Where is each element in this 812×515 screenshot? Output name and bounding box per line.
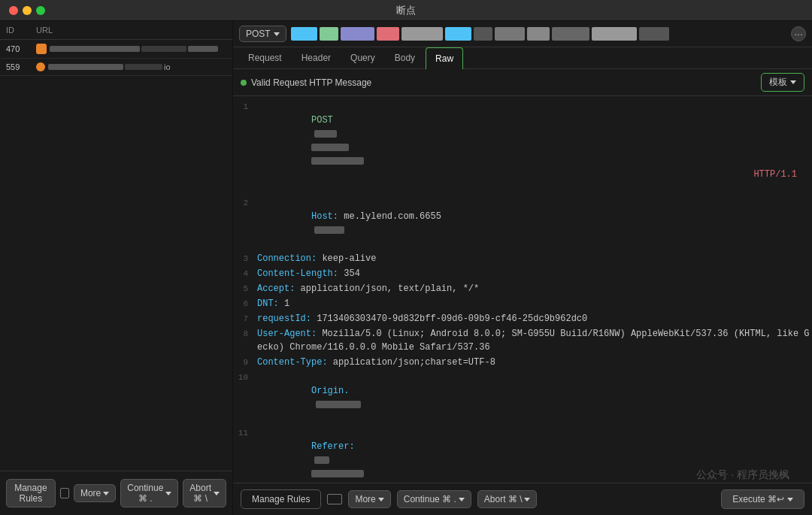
- window-title: 断点: [396, 4, 416, 17]
- code-line-9: 9 Content-Type: application/json;charset…: [233, 355, 812, 370]
- method-select[interactable]: POST: [239, 26, 286, 42]
- code-line-1: 1 POST HTTP/1.1: [233, 99, 812, 195]
- url-block-8: [495, 27, 525, 41]
- titlebar: 断点: [0, 0, 812, 21]
- abort-chevron-icon: [524, 498, 530, 501]
- tab-raw[interactable]: Raw: [426, 47, 463, 69]
- code-line-4: 4 Content-Length: 354: [233, 266, 812, 281]
- table-row[interactable]: 559 io: [0, 59, 232, 76]
- url-block-12: [639, 27, 669, 41]
- right-panel: POST ··· Request: [233, 21, 812, 515]
- chevron-down-icon-2: [165, 492, 171, 495]
- code-line-2: 2 Host: me.lylend.com.6655: [233, 195, 812, 251]
- close-button[interactable]: [9, 6, 18, 15]
- more-chevron-icon: [378, 498, 384, 501]
- row-icon-470: [36, 44, 47, 54]
- more-label: More: [80, 488, 101, 498]
- minimize-button[interactable]: [23, 6, 32, 15]
- template-label: 模板: [769, 76, 787, 89]
- execute-chevron-icon: [787, 498, 793, 501]
- method-label: POST: [246, 29, 271, 39]
- manage-rules-button[interactable]: Manage Rules: [6, 479, 56, 507]
- continue-label: Continue ⌘ .: [127, 483, 163, 504]
- chevron-down-icon-3: [214, 492, 220, 495]
- url-block-2: [320, 27, 338, 41]
- columns-icon[interactable]: [60, 488, 69, 498]
- more-btn-label: More: [355, 494, 375, 504]
- table-row[interactable]: 470: [0, 40, 232, 59]
- bottom-action-bar: Manage Rules More Continue ⌘ . Abort ⌘ \…: [233, 483, 812, 515]
- top-toolbar: POST ···: [233, 21, 812, 47]
- more-dropdown-button[interactable]: More: [348, 490, 390, 508]
- col-url-header: URL: [36, 26, 226, 35]
- url-color-blocks: [291, 27, 786, 41]
- more-button[interactable]: More: [74, 484, 116, 502]
- blur-ref-2: [311, 470, 364, 477]
- watermark: 公众号 · 程序员挽枫: [696, 468, 789, 482]
- row-id-559: 559: [6, 62, 36, 71]
- continue-action-button[interactable]: Continue ⌘ .: [397, 490, 471, 508]
- chevron-down-icon: [103, 492, 109, 495]
- tab-header[interactable]: Header: [292, 47, 340, 68]
- blur-2: [311, 144, 349, 151]
- blur-3: [311, 157, 364, 165]
- abort-label: Abort ⌘ \: [189, 483, 211, 504]
- tabs-bar: Request Header Query Body Raw: [233, 47, 812, 69]
- execute-button[interactable]: Execute ⌘↩: [721, 489, 804, 509]
- row-suffix: io: [164, 62, 171, 71]
- url-block-3: [341, 27, 374, 41]
- abort-action-button[interactable]: Abort ⌘ \: [477, 490, 538, 508]
- tab-query[interactable]: Query: [341, 47, 384, 68]
- method-chevron-icon: [274, 32, 280, 36]
- table-header: ID URL: [0, 21, 232, 40]
- blur-origin: [316, 401, 361, 408]
- template-chevron-icon: [790, 80, 796, 84]
- url-block-6: [445, 27, 471, 41]
- url-blur-1: [50, 46, 140, 52]
- url-block-1: [291, 27, 317, 41]
- url-blur-2: [141, 46, 186, 52]
- url-blur-4: [48, 64, 123, 70]
- url-block-7: [474, 27, 492, 41]
- url-block-5: [401, 27, 443, 41]
- code-area[interactable]: 1 POST HTTP/1.1 2 Host: me.lylend.com.66…: [233, 96, 812, 483]
- row-url-559: io: [48, 62, 226, 71]
- maximize-button[interactable]: [36, 6, 45, 15]
- execute-label: Execute ⌘↩: [732, 494, 784, 504]
- blur-1: [314, 130, 337, 138]
- abort-btn-label: Abort ⌘ \: [484, 494, 523, 504]
- manage-rules-btn[interactable]: Manage Rules: [241, 489, 321, 509]
- code-line-8: 8 User-Agent: Mozilla/5.0 (Linux; Androi…: [233, 326, 812, 355]
- code-line-3: 3 Connection: keep-alive: [233, 251, 812, 266]
- tab-request[interactable]: Request: [239, 47, 291, 68]
- continue-button[interactable]: Continue ⌘ .: [120, 479, 178, 507]
- blur-host: [314, 226, 344, 234]
- url-block-4: [377, 27, 399, 41]
- tab-body[interactable]: Body: [386, 47, 424, 68]
- valid-dot-icon: [241, 80, 247, 86]
- http-version: HTTP/1.1: [753, 168, 797, 181]
- code-line-10: 10 Origin.: [233, 370, 812, 426]
- col-id-header: ID: [6, 26, 36, 35]
- continue-chevron-icon: [459, 498, 465, 501]
- method-text: POST: [311, 115, 333, 126]
- code-line-7: 7 requestId: 1713406303470-9d832bff-09d6…: [233, 311, 812, 326]
- valid-bar: Valid Request HTTP Message 模板: [233, 69, 812, 96]
- continue-btn-label: Continue ⌘ .: [404, 494, 456, 504]
- main-layout: ID URL 470 559 io Manage Rules: [0, 21, 812, 515]
- row-icon-559: [36, 62, 45, 71]
- left-bottom-bar: Manage Rules More Continue ⌘ . Abort ⌘ \: [0, 471, 232, 515]
- code-line-6: 6 DNT: 1: [233, 296, 812, 311]
- url-block-11: [592, 27, 637, 41]
- left-panel: ID URL 470 559 io Manage Rules: [0, 21, 233, 515]
- traffic-lights: [9, 6, 45, 15]
- layout-icon[interactable]: [327, 494, 342, 504]
- url-block-9: [527, 27, 550, 41]
- row-id-470: 470: [6, 44, 36, 53]
- url-block-10: [552, 27, 589, 41]
- abort-button[interactable]: Abort ⌘ \: [183, 479, 226, 507]
- more-options-button[interactable]: ···: [791, 26, 806, 41]
- code-line-5: 5 Accept: application/json, text/plain, …: [233, 281, 812, 296]
- template-button[interactable]: 模板: [761, 73, 804, 92]
- url-blur-5: [125, 64, 162, 70]
